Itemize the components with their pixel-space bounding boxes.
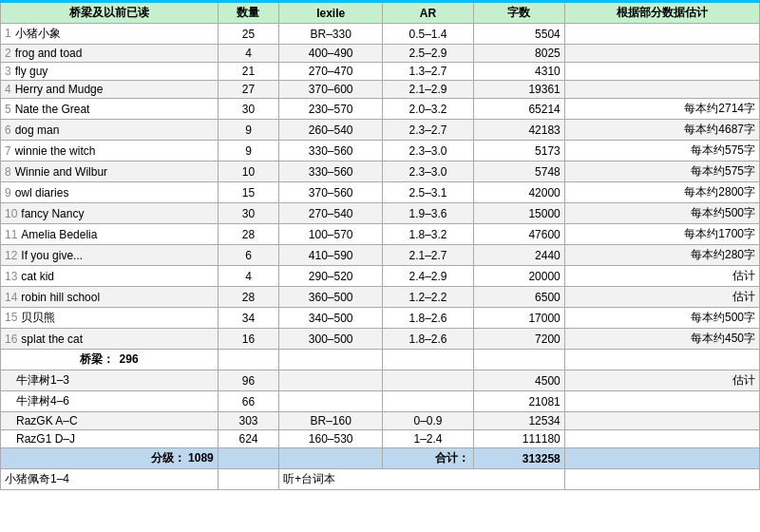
- row-name: 9owl diaries: [1, 182, 218, 203]
- row-qty: 6: [218, 245, 278, 266]
- row-name: 6dog man: [1, 120, 218, 141]
- header-note: 根据部分数据估计: [564, 2, 759, 24]
- header-ar: AR: [383, 2, 474, 24]
- summary-ar: 0–0.9: [383, 412, 474, 430]
- summary-note: 估计: [564, 370, 759, 391]
- row-note: [564, 24, 759, 45]
- row-name: 10fancy Nancy: [1, 203, 218, 224]
- row-name: 3fly guy: [1, 63, 218, 81]
- table-row: 1小猪小象 25 BR–330 0.5–1.4 5504: [1, 24, 760, 45]
- row-qty: 28: [218, 287, 278, 308]
- row-note: 每本约280字: [564, 245, 759, 266]
- row-lexile: BR–330: [279, 24, 383, 45]
- row-ar: 1.3–2.7: [383, 63, 474, 81]
- row-name: 12If you give...: [1, 245, 218, 266]
- header-qty: 数量: [218, 2, 278, 24]
- row-qty: 30: [218, 203, 278, 224]
- row-note: 每本约500字: [564, 308, 759, 329]
- row-qty: 10: [218, 162, 278, 182]
- table-row: 10fancy Nancy 30 270–540 1.9–3.6 15000 每…: [1, 203, 760, 224]
- row-qty: 9: [218, 141, 278, 162]
- row-ar: 2.1–2.7: [383, 245, 474, 266]
- row-qty: 25: [218, 24, 278, 45]
- row-ar: 2.1–2.9: [383, 81, 474, 99]
- summary-lexile: [279, 391, 383, 412]
- row-words: 7200: [473, 329, 564, 350]
- row-words: 65214: [473, 99, 564, 120]
- summary-lexile: [279, 370, 383, 391]
- footer-name: 小猪佩奇1–4: [1, 469, 218, 490]
- row-ar: 1.8–3.2: [383, 224, 474, 245]
- row-ar: 2.3–3.0: [383, 162, 474, 182]
- row-ar: 2.0–3.2: [383, 99, 474, 120]
- row-lexile: 400–490: [279, 45, 383, 63]
- summary-label: RazGK A–C: [1, 412, 218, 430]
- summary-row: 牛津树4–6 66 21081: [1, 391, 760, 412]
- summary-words: 21081: [473, 391, 564, 412]
- row-ar: 1.8–2.6: [383, 308, 474, 329]
- summary-label: RazG1 D–J: [1, 430, 218, 448]
- total-row: 分级： 1089 合计： 313258: [1, 448, 760, 469]
- row-name: 7winnie the witch: [1, 141, 218, 162]
- row-words: 15000: [473, 203, 564, 224]
- row-words: 20000: [473, 266, 564, 287]
- row-qty: 27: [218, 81, 278, 99]
- footer-row: 小猪佩奇1–4 听+台词本: [1, 469, 760, 490]
- row-qty: 30: [218, 99, 278, 120]
- table-row: 5Nate the Great 30 230–570 2.0–3.2 65214…: [1, 99, 760, 120]
- row-qty: 16: [218, 329, 278, 350]
- table-row: 2frog and toad 4 400–490 2.5–2.9 8025: [1, 45, 760, 63]
- row-qty: 9: [218, 120, 278, 141]
- row-lexile: 410–590: [279, 245, 383, 266]
- row-name: 11Amelia Bedelia: [1, 224, 218, 245]
- row-qty: 15: [218, 182, 278, 203]
- table-row: 4Herry and Mudge 27 370–600 2.1–2.9 1936…: [1, 81, 760, 99]
- row-ar: 1.8–2.6: [383, 329, 474, 350]
- row-words: 8025: [473, 45, 564, 63]
- row-note: 每本约575字: [564, 162, 759, 182]
- summary-qty: 96: [218, 370, 278, 391]
- row-ar: 2.3–2.7: [383, 120, 474, 141]
- table-row: 6dog man 9 260–540 2.3–2.7 42183 每本约4687…: [1, 120, 760, 141]
- summary-ar: [383, 370, 474, 391]
- table-row: 15贝贝熊 34 340–500 1.8–2.6 17000 每本约500字: [1, 308, 760, 329]
- row-name: 13cat kid: [1, 266, 218, 287]
- table-row: 3fly guy 21 270–470 1.3–2.7 4310: [1, 63, 760, 81]
- row-lexile: 300–500: [279, 329, 383, 350]
- summary-ar: [383, 391, 474, 412]
- summary-note: [564, 391, 759, 412]
- row-lexile: 360–500: [279, 287, 383, 308]
- row-words: 2440: [473, 245, 564, 266]
- row-ar: 2.5–3.1: [383, 182, 474, 203]
- row-words: 5748: [473, 162, 564, 182]
- summary-lexile: 160–530: [279, 430, 383, 448]
- summary-words: 111180: [473, 430, 564, 448]
- summary-label: 牛津树4–6: [1, 391, 218, 412]
- row-lexile: 340–500: [279, 308, 383, 329]
- row-ar: 1.2–2.2: [383, 287, 474, 308]
- summary-qty: 303: [218, 412, 278, 430]
- row-name: 5Nate the Great: [1, 99, 218, 120]
- header-lexile: lexile: [279, 2, 383, 24]
- summary-row: 牛津树1–3 96 4500 估计: [1, 370, 760, 391]
- row-note: [564, 45, 759, 63]
- summary-words: 4500: [473, 370, 564, 391]
- footer-note: 听+台词本: [279, 469, 565, 490]
- row-ar: 1.9–3.6: [383, 203, 474, 224]
- row-lexile: 330–560: [279, 141, 383, 162]
- summary-qty: 624: [218, 430, 278, 448]
- table-row: 11Amelia Bedelia 28 100–570 1.8–3.2 4760…: [1, 224, 760, 245]
- row-words: 5504: [473, 24, 564, 45]
- table-row: 14robin hill school 28 360–500 1.2–2.2 6…: [1, 287, 760, 308]
- summary-row: 桥梁： 296: [1, 350, 760, 370]
- table-row: 9owl diaries 15 370–560 2.5–3.1 42000 每本…: [1, 182, 760, 203]
- row-words: 42000: [473, 182, 564, 203]
- row-note: 每本约500字: [564, 203, 759, 224]
- row-ar: 2.4–2.9: [383, 266, 474, 287]
- row-note: 每本约2800字: [564, 182, 759, 203]
- row-words: 42183: [473, 120, 564, 141]
- table-row: 7winnie the witch 9 330–560 2.3–3.0 5173…: [1, 141, 760, 162]
- row-qty: 34: [218, 308, 278, 329]
- summary-label: 桥梁： 296: [1, 350, 218, 370]
- row-lexile: 370–560: [279, 182, 383, 203]
